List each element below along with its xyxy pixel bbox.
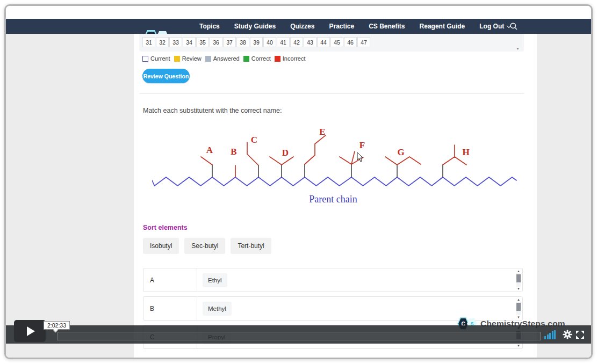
legend-swatch-review: [174, 56, 180, 62]
question-number-grid: 31 32 33 34 35 36 37 38 39 40 41 42 43 4…: [139, 34, 524, 52]
volume-icon[interactable]: [544, 330, 556, 339]
question-number-cell[interactable]: 35: [196, 37, 209, 47]
question-number-cell[interactable]: 36: [210, 37, 222, 47]
legend-label: Correct: [251, 55, 271, 62]
sort-elements-title: Sort elements: [143, 224, 188, 231]
play-icon: [27, 326, 35, 336]
attachment-bonds: [212, 164, 443, 177]
row-letter: A: [143, 268, 197, 292]
page-top-strip: [6, 6, 591, 19]
scroll-down-icon[interactable]: ▼: [517, 344, 520, 348]
legend-item-current: Current: [142, 55, 170, 62]
nav-item-study-guides[interactable]: Study Guides: [234, 23, 276, 30]
question-number-cell[interactable]: 45: [330, 37, 343, 47]
question-number-cell[interactable]: 47: [357, 37, 370, 47]
nav-item-practice[interactable]: Practice: [329, 23, 354, 30]
scrollbar-track[interactable]: [516, 273, 521, 287]
scrollbar-track[interactable]: [516, 302, 521, 315]
chip-isobutyl[interactable]: Isobutyl: [143, 238, 179, 254]
row-letter: B: [143, 297, 197, 320]
legend-swatch-incorrect: [275, 56, 280, 62]
time-tooltip: 2:02:33: [44, 321, 70, 330]
legend-label: Incorrect: [283, 55, 306, 62]
substituent-label-a: A: [206, 145, 213, 155]
review-question-button[interactable]: Review Question: [142, 69, 190, 83]
question-number-cell[interactable]: 44: [317, 37, 330, 47]
legend-label: Current: [150, 55, 170, 62]
search-icon[interactable]: [509, 22, 518, 31]
chip-sec-butyl[interactable]: Sec-butyl: [184, 238, 225, 254]
question-number-cell[interactable]: 40: [263, 37, 276, 47]
legend-item-answered: Answered: [205, 55, 240, 62]
legend-item-correct: Correct: [243, 55, 271, 62]
nav-menu: Topics Study Guides Quizzes Practice CS …: [199, 19, 510, 34]
substituent-label-g: G: [397, 147, 404, 157]
play-button[interactable]: [14, 320, 46, 342]
question-number-cell[interactable]: 37: [223, 37, 236, 47]
substituent-label-d: D: [282, 148, 289, 158]
chip-tert-butyl[interactable]: Tert-butyl: [231, 238, 271, 254]
video-player-frame: C S Topics Study Guides Quizzes Practice…: [4, 4, 593, 359]
sort-chip-bank: Isobutyl Sec-butyl Tert-butyl: [143, 238, 271, 254]
legend-item-review: Review: [174, 55, 202, 62]
scroll-down-icon[interactable]: ▼: [517, 287, 520, 291]
question-number-cell[interactable]: 31: [142, 37, 155, 47]
scrollbar-thumb[interactable]: [516, 274, 521, 282]
question-number-cell[interactable]: 34: [183, 37, 196, 47]
substituent-bonds: [201, 135, 466, 177]
nav-item-cs-benefits[interactable]: CS Benefits: [369, 23, 405, 30]
nav-item-quizzes[interactable]: Quizzes: [290, 23, 314, 30]
row-scrollbar[interactable]: ▲ ▼: [516, 269, 521, 291]
parent-chain-caption: Parent chain: [309, 194, 357, 205]
question-number-cell[interactable]: 41: [277, 37, 290, 47]
nav-item-topics[interactable]: Topics: [199, 23, 220, 30]
status-legend: Current Review Answered Correct Incorrec…: [142, 55, 306, 62]
question-number-cell[interactable]: 42: [290, 37, 303, 47]
seek-bar[interactable]: [57, 332, 541, 340]
scroll-up-icon[interactable]: ▲: [517, 269, 520, 273]
answer-row-a[interactable]: A Ethyl ▲ ▼: [143, 268, 523, 292]
parent-chain-bonds: [152, 177, 516, 186]
scrollbar-thumb[interactable]: [516, 303, 521, 311]
substituent-label-h: H: [462, 147, 469, 157]
substituent-label-b: B: [231, 147, 236, 157]
grid-scroll-down-icon[interactable]: ▼: [516, 47, 520, 50]
settings-gear-icon[interactable]: [563, 330, 572, 339]
row-scrollbar[interactable]: ▲ ▼: [516, 297, 521, 319]
substituent-structure-figure: A B C D E F G H Parent chain: [152, 121, 528, 208]
time-tooltip-value: 2:02:33: [47, 322, 66, 329]
legend-label: Answered: [213, 55, 240, 62]
nav-item-log-out[interactable]: Log Out: [479, 23, 510, 30]
section-divider: [139, 93, 524, 94]
substituent-label-e: E: [319, 127, 325, 137]
legend-item-incorrect: Incorrect: [275, 55, 306, 62]
nav-item-reagent-guide[interactable]: Reagent Guide: [420, 23, 465, 30]
legend-swatch-correct: [243, 56, 249, 62]
question-prompt: Match each substitutent with the correct…: [143, 107, 282, 114]
legend-swatch-answered: [205, 56, 211, 62]
site-navbar: C S Topics Study Guides Quizzes Practice…: [6, 19, 591, 34]
legend-label: Review: [182, 55, 202, 62]
fullscreen-icon[interactable]: [576, 331, 584, 339]
question-number-cell[interactable]: 43: [304, 37, 317, 47]
substituent-label-f: F: [359, 140, 365, 150]
question-number-cell[interactable]: 38: [236, 37, 249, 47]
answer-chip-methyl[interactable]: Methyl: [203, 302, 232, 316]
scroll-up-icon[interactable]: ▲: [517, 297, 520, 302]
answer-chip-ethyl[interactable]: Ethyl: [203, 273, 227, 287]
question-number-row: 31 32 33 34 35 36 37 38 39 40 41 42 43 4…: [142, 37, 370, 47]
legend-swatch-current: [142, 56, 148, 62]
question-number-cell[interactable]: 46: [344, 37, 357, 47]
mouse-cursor-icon: [357, 152, 364, 163]
question-number-cell[interactable]: 33: [169, 37, 182, 47]
substituent-label-c: C: [251, 135, 257, 145]
log-out-label: Log Out: [479, 23, 504, 30]
question-number-cell[interactable]: 32: [156, 37, 169, 47]
question-number-cell[interactable]: 39: [250, 37, 263, 47]
